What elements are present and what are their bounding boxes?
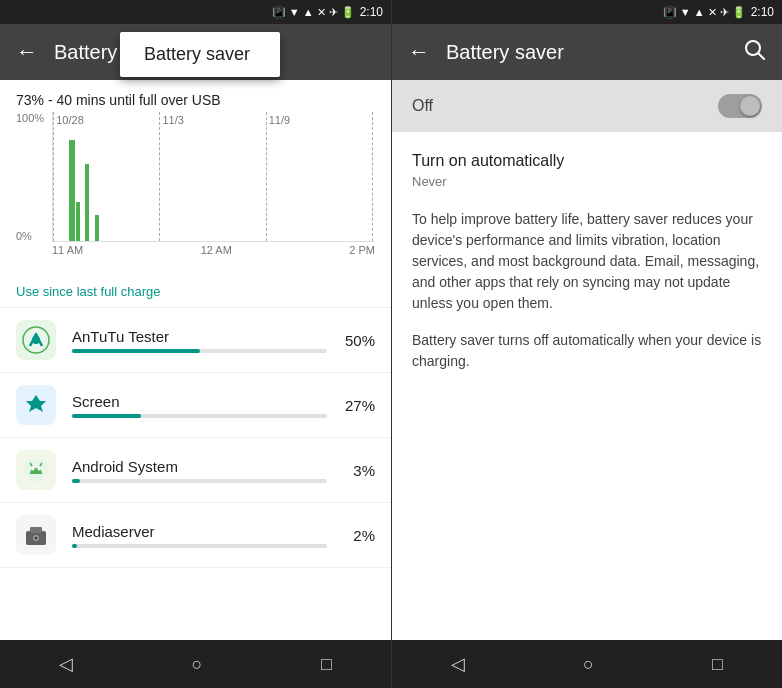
app-item-antutu[interactable]: AnTuTu Tester 50%: [0, 308, 391, 373]
right-content: Turn on automatically Never To help impr…: [392, 132, 782, 640]
vibrate-icon: 📳: [272, 6, 286, 19]
x-label-3: 2 PM: [349, 244, 375, 256]
left-status-icons: 📳 ▼ ▲ ✕ ✈ 🔋 2:10: [272, 5, 383, 19]
y-label-100: 100%: [16, 112, 44, 124]
date-label-1: 10/28: [56, 114, 84, 126]
left-back-button[interactable]: ←: [16, 39, 38, 65]
android-system-name: Android System: [72, 458, 327, 475]
svg-rect-9: [30, 527, 42, 533]
android-system-bar-container: [72, 479, 327, 483]
battery-chart: 100% 0% 10/28 11/3 11/9 11 AM 12 AM 2 PM: [0, 112, 391, 272]
search-icon[interactable]: [744, 39, 766, 66]
chart-y-labels: 100% 0%: [16, 112, 44, 242]
wifi-icon: ▲: [303, 6, 314, 18]
mediaserver-name: Mediaserver: [72, 523, 327, 540]
app-item-android-system[interactable]: Android System 3%: [0, 438, 391, 503]
use-since-link[interactable]: Use since last full charge: [0, 276, 391, 308]
y-label-0: 0%: [16, 230, 44, 242]
screen-bar-fill: [72, 414, 141, 418]
right-title: Battery saver: [446, 41, 744, 64]
app-item-screen[interactable]: Screen 27%: [0, 373, 391, 438]
dashed-line-2: [159, 112, 160, 241]
auto-on-title: Turn on automatically: [412, 152, 762, 170]
left-bottom-nav: ◁ ○ □: [0, 640, 391, 688]
svg-point-4: [32, 468, 35, 471]
nosim-icon: ✕: [317, 6, 326, 19]
screen-pct: 27%: [339, 397, 375, 414]
svg-marker-2: [26, 395, 46, 412]
r-vibrate-icon: 📳: [663, 6, 677, 19]
right-home-nav[interactable]: ○: [583, 654, 594, 675]
r-signal-icon: ▼: [680, 6, 691, 18]
bar-1: [69, 140, 75, 241]
mediaserver-icon: [16, 515, 56, 555]
app-list: AnTuTu Tester 50% Screen 27%: [0, 308, 391, 640]
left-status-bar: 📳 ▼ ▲ ✕ ✈ 🔋 2:10: [0, 0, 391, 24]
svg-point-11: [35, 537, 38, 540]
r-wifi-icon: ▲: [694, 6, 705, 18]
chart-x-labels: 11 AM 12 AM 2 PM: [52, 242, 375, 258]
mediaserver-info: Mediaserver: [72, 523, 327, 548]
antutu-icon: [16, 320, 56, 360]
r-battery-icon: 🔋: [732, 6, 746, 19]
auto-on-subtitle: Never: [412, 174, 762, 189]
right-status-bar: 📳 ▼ ▲ ✕ ✈ 🔋 2:10: [392, 0, 782, 24]
right-back-button[interactable]: ←: [408, 39, 430, 65]
right-panel: 📳 ▼ ▲ ✕ ✈ 🔋 2:10 ← Battery saver Off Tur…: [391, 0, 782, 688]
antutu-bar-fill: [72, 349, 200, 353]
left-panel: 📳 ▼ ▲ ✕ ✈ 🔋 2:10 ← Battery Battery saver…: [0, 0, 391, 688]
r-nosim-icon: ✕: [708, 6, 717, 19]
bar-4: [95, 215, 99, 241]
antutu-info: AnTuTu Tester: [72, 328, 327, 353]
date-label-2: 11/3: [162, 114, 183, 126]
battery-status-text: 73% - 40 mins until full over USB: [0, 80, 391, 112]
left-toolbar: ← Battery Battery saver: [0, 24, 391, 80]
info-text-1: To help improve battery life, battery sa…: [412, 209, 762, 314]
screen-icon: [16, 385, 56, 425]
left-title: Battery: [54, 41, 117, 64]
svg-point-5: [38, 468, 41, 471]
battery-saver-toggle-row: Off: [392, 80, 782, 132]
toggle-label: Off: [412, 97, 433, 115]
android-system-icon: [16, 450, 56, 490]
left-time: 2:10: [360, 5, 383, 19]
antutu-pct: 50%: [339, 332, 375, 349]
app-item-mediaserver[interactable]: Mediaserver 2%: [0, 503, 391, 568]
battery-icon: 🔋: [341, 6, 355, 19]
dashed-line-3: [266, 112, 267, 241]
mediaserver-bar-fill: [72, 544, 77, 548]
date-label-3: 11/9: [269, 114, 290, 126]
info-text-2: Battery saver turns off automatically wh…: [412, 330, 762, 372]
right-back-nav[interactable]: ◁: [451, 653, 465, 675]
battery-saver-dropdown[interactable]: Battery saver: [120, 32, 280, 77]
mediaserver-bar-container: [72, 544, 327, 548]
android-system-pct: 3%: [339, 462, 375, 479]
screen-name: Screen: [72, 393, 327, 410]
left-back-nav[interactable]: ◁: [59, 653, 73, 675]
right-status-icons: 📳 ▼ ▲ ✕ ✈ 🔋 2:10: [663, 5, 774, 19]
antutu-bar-container: [72, 349, 327, 353]
antutu-name: AnTuTu Tester: [72, 328, 327, 345]
right-time: 2:10: [751, 5, 774, 19]
android-system-bar-fill: [72, 479, 80, 483]
bar-3: [85, 164, 89, 241]
left-recent-nav[interactable]: □: [321, 654, 332, 675]
right-recent-nav[interactable]: □: [712, 654, 723, 675]
r-airplane-icon: ✈: [720, 6, 729, 19]
dashed-line-4: [372, 112, 373, 241]
battery-saver-toggle[interactable]: [718, 94, 762, 118]
x-label-1: 11 AM: [52, 244, 83, 256]
screen-info: Screen: [72, 393, 327, 418]
x-label-2: 12 AM: [201, 244, 232, 256]
bar-2: [76, 202, 80, 241]
android-system-info: Android System: [72, 458, 327, 483]
left-home-nav[interactable]: ○: [192, 654, 203, 675]
svg-point-1: [32, 336, 40, 344]
right-toolbar: ← Battery saver: [392, 24, 782, 80]
right-bottom-nav: ◁ ○ □: [392, 640, 782, 688]
screen-bar-container: [72, 414, 327, 418]
dashed-line-1: [53, 112, 54, 241]
airplane-icon: ✈: [329, 6, 338, 19]
mediaserver-pct: 2%: [339, 527, 375, 544]
dropdown-label[interactable]: Battery saver: [144, 44, 250, 64]
